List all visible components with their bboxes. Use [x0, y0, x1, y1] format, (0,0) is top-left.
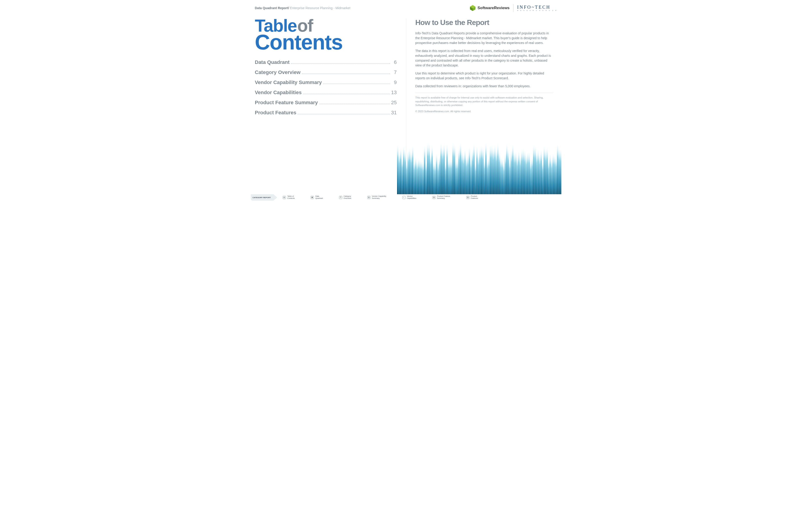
svg-rect-67 [493, 146, 494, 201]
svg-rect-68 [494, 144, 495, 201]
footer-item[interactable]: ▦DataQuadrant [310, 195, 323, 199]
svg-rect-47 [463, 152, 464, 201]
toc-page: 6 [391, 59, 397, 65]
svg-rect-44 [458, 147, 460, 201]
infotech-logo: INFO~TECH R E S E A R C H G R O U P [517, 5, 557, 11]
svg-rect-76 [506, 142, 507, 201]
svg-rect-99 [540, 148, 542, 201]
toc-label: Product Feature Summary [255, 100, 318, 106]
svg-rect-48 [464, 148, 466, 201]
svg-rect-101 [543, 145, 545, 201]
svg-rect-56 [476, 145, 478, 201]
breadcrumb: Data Quadrant Report/ Enterprise Resourc… [255, 6, 350, 10]
svg-rect-96 [536, 150, 537, 201]
svg-rect-95 [534, 144, 536, 201]
logo-group: SoftwareReviews INFO~TECH R E S E A R C … [469, 4, 557, 12]
toc-dots [319, 104, 390, 104]
svg-rect-72 [500, 156, 502, 201]
svg-rect-45 [460, 141, 461, 201]
toc-row[interactable]: Vendor Capabilities13 [255, 90, 397, 95]
svg-rect-59 [481, 144, 482, 201]
fine-print: This report is available free of charge … [416, 96, 553, 107]
svg-rect-51 [468, 146, 470, 201]
svg-rect-64 [488, 155, 490, 201]
toc-dots [291, 63, 390, 64]
svg-rect-24 [428, 142, 430, 201]
svg-rect-84 [518, 150, 519, 201]
footer-category-tab[interactable]: CATEGORY REPORT [251, 194, 274, 201]
list-icon: ☰ [339, 196, 342, 199]
svg-rect-5 [400, 146, 402, 201]
table-icon: ▥ [466, 196, 469, 199]
howto-p1: Info-Tech's Data Quadrant Reports provid… [416, 31, 553, 45]
table-icon: ▥ [367, 196, 371, 199]
footer-item[interactable]: ▤Table ofContents [282, 195, 294, 199]
right-column: How to Use the Report Info-Tech's Data Q… [406, 18, 557, 192]
svg-rect-13 [412, 145, 414, 201]
svg-rect-110 [557, 142, 558, 201]
toc-row[interactable]: Product Features31 [255, 110, 397, 116]
footer-item-label: Table ofContents [287, 195, 294, 199]
svg-rect-53 [472, 148, 473, 201]
header-bar: Data Quadrant Report/ Enterprise Resourc… [255, 4, 557, 12]
decorative-bars [397, 136, 562, 201]
svg-rect-82 [515, 150, 516, 201]
svg-rect-26 [431, 144, 433, 201]
svg-rect-103 [546, 146, 548, 201]
cube-icon [469, 4, 476, 12]
footer-nav: CATEGORY REPORT ▤Table ofContents▦DataQu… [251, 194, 562, 201]
toc-row[interactable]: Category Overview7 [255, 70, 397, 75]
copyright: © 2023 SoftwareReviews.com. All rights r… [416, 109, 553, 114]
svg-rect-62 [485, 141, 487, 201]
softwarereviews-text: SoftwareReviews [478, 6, 510, 10]
footer-item[interactable]: ☰CategoryOverview [339, 195, 351, 199]
toc-dots [302, 74, 390, 74]
toc-label: Vendor Capabilities [255, 90, 302, 95]
check-icon: ✓ [402, 196, 406, 199]
page-icon: ▤ [282, 196, 286, 199]
toc-row[interactable]: Product Feature Summary25 [255, 100, 397, 106]
svg-rect-33 [442, 146, 443, 201]
divider [416, 93, 553, 93]
svg-rect-85 [520, 154, 521, 201]
svg-rect-83 [517, 155, 518, 201]
howto-title: How to Use the Report [416, 18, 557, 27]
footer-item[interactable]: ✓VendorCapabilities [402, 195, 416, 199]
svg-rect-75 [505, 152, 506, 201]
svg-rect-23 [427, 141, 428, 201]
breadcrumb-category: Enterprise Resource Planning - Midmarket [289, 6, 350, 10]
toc-list: Data Quadrant6Category Overview7Vendor C… [255, 59, 397, 116]
toc-row[interactable]: Data Quadrant6 [255, 59, 397, 65]
grid-icon: ▦ [310, 196, 314, 199]
toc-page: 31 [391, 110, 396, 116]
title-contents: Contents [255, 33, 397, 51]
svg-rect-102 [545, 148, 546, 201]
svg-rect-7 [403, 145, 404, 201]
toc-label: Vendor Capability Summary [255, 79, 322, 86]
footer-item[interactable]: ▥Vendor CapabilitySummary [367, 195, 386, 199]
svg-rect-94 [533, 144, 534, 201]
svg-rect-80 [512, 143, 513, 201]
svg-rect-49 [466, 155, 467, 201]
svg-rect-36 [446, 143, 448, 201]
svg-rect-25 [430, 152, 431, 201]
svg-rect-98 [539, 152, 540, 201]
svg-rect-65 [490, 144, 491, 201]
svg-rect-105 [549, 152, 551, 201]
svg-rect-54 [473, 142, 475, 201]
infotech-subtext: R E S E A R C H G R O U P [517, 10, 557, 11]
howto-p4: Data collected from reviewers in: organi… [416, 84, 553, 89]
svg-rect-66 [491, 144, 492, 201]
howto-p3: Use this report to determine which produ… [416, 71, 553, 81]
svg-rect-111 [558, 147, 560, 201]
toc-row[interactable]: Vendor Capability Summary9 [255, 79, 397, 86]
footer-item[interactable]: ▥Product FeatureSummary [432, 195, 450, 199]
footer-item-label: CategoryOverview [344, 195, 351, 199]
howto-p2: The data in this report is collected fro… [416, 48, 553, 68]
footer-item[interactable]: ▥ProductFeatures [466, 195, 478, 199]
toc-dots [303, 94, 390, 94]
toc-dots [298, 114, 390, 114]
svg-rect-34 [444, 142, 445, 201]
svg-rect-8 [404, 149, 406, 201]
left-column: Table of Contents Data Quadrant6Category… [255, 18, 406, 192]
